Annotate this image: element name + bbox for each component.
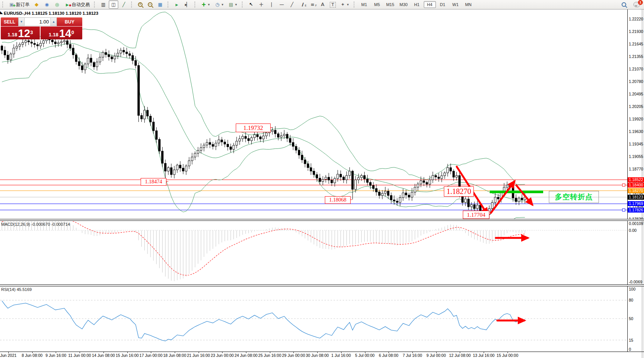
candle-body — [340, 174, 342, 177]
candle-body — [370, 183, 371, 186]
candle-body — [343, 177, 345, 180]
timeframe-button-mn[interactable]: MN — [462, 1, 475, 8]
text-label-button[interactable] — [328, 0, 337, 9]
indicators-button[interactable]: ▼ — [199, 0, 212, 9]
candle-body — [292, 142, 294, 146]
volume-down-button[interactable]: ▼ — [19, 18, 25, 26]
macd-axis-tick: 0.001097 — [629, 221, 644, 226]
price-axis-tick: 1.21930 — [629, 29, 644, 34]
candle-body — [16, 46, 18, 48]
toolbar-grip[interactable] — [2, 2, 5, 8]
main-chart-area[interactable] — [0, 12, 627, 226]
buy-price-tile[interactable]: 1.18 14 0 — [41, 27, 82, 39]
volume-input[interactable]: 1.00 — [25, 18, 50, 26]
auto-scroll-button[interactable] — [172, 0, 182, 9]
arrows-button[interactable]: ▼ — [338, 0, 351, 9]
timeframe-button-w1[interactable]: W1 — [450, 1, 462, 8]
candle-body — [346, 175, 348, 180]
candle-body — [260, 137, 262, 139]
price-annotation-label[interactable]: 1.18270 — [444, 186, 474, 197]
horizontal-line-button[interactable] — [277, 0, 287, 9]
support-zone-bar[interactable] — [490, 191, 543, 193]
periods-button[interactable]: ▼ — [213, 0, 226, 9]
timeframe-button-m30[interactable]: M30 — [397, 1, 410, 8]
time-axis-tick — [270, 352, 270, 353]
panel-separator-macd[interactable] — [0, 219, 644, 221]
toolbar-grip[interactable] — [354, 2, 356, 8]
cursor-button[interactable] — [246, 0, 256, 9]
new-order-button[interactable]: 新订单 — [7, 0, 31, 9]
candle-body — [209, 142, 211, 144]
candle-body — [384, 191, 386, 194]
candlestick-chart-button[interactable] — [109, 0, 118, 9]
price-annotation-label[interactable]: 1.19732 — [236, 124, 271, 132]
turning-point-annotation[interactable]: 多空转折点 — [549, 191, 599, 203]
search-button[interactable] — [619, 0, 628, 9]
candle-body — [280, 136, 282, 137]
price-annotation-label[interactable]: 1.18068 — [325, 196, 351, 204]
metaeditor-button[interactable] — [42, 0, 52, 9]
chart-shift-button[interactable] — [182, 0, 192, 9]
notification-bubble-icon[interactable]: 1 — [633, 2, 640, 7]
toolbar-grip[interactable] — [194, 2, 197, 8]
rsi-panel[interactable] — [0, 300, 627, 341]
trendline-button[interactable] — [287, 0, 297, 9]
buy-price-small: 1.18 — [49, 31, 58, 39]
candle-body — [465, 199, 467, 202]
candle-body — [271, 130, 273, 131]
bar-chart-button[interactable] — [99, 0, 108, 9]
channel-button[interactable] — [298, 0, 307, 9]
macd-panel[interactable] — [0, 216, 627, 281]
timeframe-button-m1[interactable]: M1 — [358, 1, 370, 8]
text-button[interactable] — [318, 0, 327, 9]
timeframe-button-d1[interactable]: D1 — [437, 1, 449, 8]
volume-up-button[interactable]: ▲ — [50, 18, 56, 26]
time-axis-tick — [317, 352, 318, 353]
candle-body — [129, 54, 131, 56]
toolbar-grip[interactable] — [131, 2, 134, 8]
timeframe-button-m5[interactable]: M5 — [371, 1, 383, 8]
price-annotation-label[interactable]: 1.17704 — [463, 211, 489, 219]
tile-windows-button[interactable] — [155, 0, 165, 9]
candle-body — [286, 134, 288, 138]
templates-button[interactable]: ▼ — [226, 0, 239, 9]
sell-button[interactable]: SELL — [1, 17, 18, 26]
candle-body — [126, 52, 128, 54]
toolbar-grip[interactable] — [168, 2, 170, 8]
toolbar-grip[interactable] — [242, 2, 244, 8]
candle-body — [96, 62, 98, 67]
timeframe-button-h1[interactable]: H1 — [411, 1, 423, 8]
horizontal-line-icon — [279, 2, 285, 8]
candle-body — [307, 164, 309, 167]
zoom-in-button[interactable]: + — [136, 0, 145, 9]
trendline-icon — [289, 2, 295, 8]
metaeditor-icon — [44, 2, 50, 8]
crosshair-button[interactable] — [257, 0, 266, 9]
sell-price-small: 1.18 — [8, 31, 17, 39]
auto-scroll-icon — [174, 2, 180, 8]
chart-canvas[interactable] — [0, 0, 644, 358]
zoom-out-button[interactable]: − — [146, 0, 155, 9]
timeframe-button-h4[interactable]: H4 — [424, 1, 436, 8]
candle-body — [230, 147, 232, 150]
time-axis-label: 21 Jun 16:00 — [187, 353, 210, 358]
candle-body — [438, 177, 440, 178]
candle-body — [251, 138, 252, 141]
line-chart-button[interactable] — [119, 0, 128, 9]
panel-separator-rsi[interactable] — [0, 285, 644, 286]
buy-button[interactable]: BUY — [57, 17, 82, 26]
auto-trading-button[interactable]: 自动交易 — [63, 0, 91, 9]
time-axis-label: 12 Jul 08:00 — [449, 353, 471, 358]
time-axis-tick — [56, 352, 56, 353]
candle-body — [197, 150, 199, 153]
toolbar-grip[interactable] — [94, 2, 97, 8]
line-handle[interactable] — [622, 184, 625, 186]
sell-price-tile[interactable]: 1.18 12 3 — [1, 27, 40, 39]
fibonacci-button[interactable] — [308, 0, 317, 9]
price-annotation-label[interactable]: 1.18474 — [141, 178, 166, 186]
timeframe-button-m15[interactable]: M15 — [384, 1, 396, 8]
vertical-line-button[interactable] — [267, 0, 276, 9]
gold-button[interactable] — [32, 0, 41, 9]
line-handle[interactable] — [622, 209, 625, 211]
signals-button[interactable] — [52, 0, 62, 9]
